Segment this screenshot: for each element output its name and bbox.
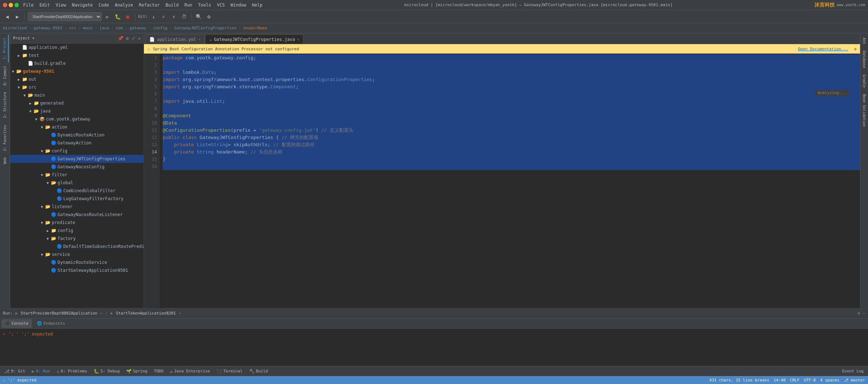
tree-arrow[interactable]: [39, 204, 45, 210]
close-button[interactable]: [3, 3, 7, 7]
back-button[interactable]: ◀: [3, 12, 12, 21]
structure-tab[interactable]: 2: Structure: [1, 89, 8, 121]
warning-settings-icon[interactable]: ⚙: [854, 47, 856, 51]
list-item[interactable]: 📁 test: [10, 51, 144, 59]
tree-arrow[interactable]: [22, 92, 27, 98]
list-item[interactable]: 🔵 GatewayAction: [10, 139, 144, 147]
list-item[interactable]: 📂 factory: [10, 235, 144, 242]
tree-arrow[interactable]: [27, 100, 33, 106]
menu-refactor[interactable]: Refactor: [139, 3, 160, 8]
minimize-panel-icon[interactable]: —: [863, 311, 865, 315]
tree-arrow[interactable]: [45, 236, 51, 241]
breadcrumb-class[interactable]: GatewayJWTConfigProperties: [174, 26, 237, 30]
list-item[interactable]: 📂 predicate: [10, 219, 144, 227]
list-item[interactable]: 🔵 DynamicRouteAction: [10, 131, 144, 139]
list-item[interactable]: 📄 build.gradle: [10, 59, 144, 67]
endpoints-tab[interactable]: 🌐 Endpoints: [33, 319, 69, 328]
list-item[interactable]: 📂 gateway-9501: [10, 67, 144, 75]
tree-arrow[interactable]: [39, 172, 45, 178]
list-item[interactable]: 📂 config: [10, 147, 144, 155]
tab-application-yml[interactable]: 📄 application.yml ✕: [145, 34, 204, 44]
tab-close-icon[interactable]: ✕: [198, 37, 200, 41]
spring-tool-btn[interactable]: 🌱 Spring: [123, 367, 150, 375]
tree-arrow[interactable]: [16, 76, 22, 82]
terminal-tool-btn[interactable]: ⬛ Terminal: [214, 367, 246, 375]
list-item[interactable]: 📂 global: [10, 179, 144, 187]
tab-close-icon[interactable]: ✕: [297, 37, 299, 41]
git-history[interactable]: ⏱: [180, 12, 188, 21]
panel-expand[interactable]: ⤢: [132, 36, 135, 41]
project-tab[interactable]: 1: Project: [1, 35, 9, 62]
tree-arrow[interactable]: [16, 84, 22, 90]
breadcrumb-config[interactable]: config: [153, 26, 167, 30]
menu-vcs[interactable]: VCS: [217, 3, 225, 8]
web-tab[interactable]: Web: [1, 155, 8, 167]
tree-arrow[interactable]: [33, 116, 39, 122]
list-item[interactable]: 🔵 CombinedGlobalFilter: [10, 187, 144, 195]
enterprise-tool-btn[interactable]: ☕ Java Enterprise: [167, 367, 213, 375]
list-item[interactable]: 📁 generated: [10, 99, 144, 107]
list-item[interactable]: 📂 service: [10, 250, 144, 258]
tree-arrow[interactable]: [39, 220, 45, 225]
debug-tool-btn[interactable]: 🐛 5: Debug: [91, 367, 123, 375]
search-everywhere[interactable]: 🔍: [195, 12, 203, 21]
list-item[interactable]: 📁 out: [10, 75, 144, 83]
list-item[interactable]: 📂 action: [10, 123, 144, 131]
open-documentation-link[interactable]: Open Documentation...: [798, 47, 848, 51]
breadcrumb-gateway9501[interactable]: gateway-9501: [34, 26, 62, 30]
git-commit[interactable]: ✓: [159, 12, 168, 21]
list-item[interactable]: 🔵 GatewayJWTConfigProperties: [10, 155, 144, 163]
git-tool-btn[interactable]: ⎇ 9: Git: [1, 367, 28, 375]
git-branch[interactable]: ⎇ master: [844, 378, 865, 383]
git-update[interactable]: ↓: [149, 12, 158, 21]
line-ending[interactable]: CRLF: [790, 378, 800, 383]
encoding[interactable]: UTF-8: [804, 378, 816, 383]
menu-analyze[interactable]: Analyze: [115, 3, 133, 8]
list-item[interactable]: 🔵 StartGatewayApplication9501: [10, 266, 144, 274]
console-tab[interactable]: ⬛ Console: [1, 319, 32, 328]
tree-arrow[interactable]: [39, 124, 45, 130]
menu-tools[interactable]: Tools: [198, 3, 211, 8]
panel-gear[interactable]: ⚙: [126, 36, 129, 41]
char-count[interactable]: 431 chars, 15 line breaks: [709, 378, 769, 383]
panel-pin[interactable]: 📌: [118, 36, 123, 41]
list-item[interactable]: 📂 main: [10, 91, 144, 99]
problems-tool-btn[interactable]: ⚠ 6: Problems: [54, 367, 90, 375]
list-item[interactable]: 📄 application.yml: [10, 43, 144, 51]
tree-arrow[interactable]: [27, 108, 33, 114]
tree-arrow[interactable]: [45, 228, 51, 233]
tree-arrow[interactable]: [39, 252, 45, 257]
menu-view[interactable]: View: [56, 3, 66, 8]
list-item[interactable]: 📂 listener: [10, 203, 144, 211]
list-item[interactable]: 🔵 LogGatewayFilterFactory: [10, 195, 144, 203]
list-item[interactable]: 🔵 GatewayNacosConfig: [10, 163, 144, 171]
breadcrumb-com[interactable]: com: [116, 26, 123, 30]
menu-bar[interactable]: File Edit View Navigate Code Analyze Ref…: [23, 3, 263, 8]
favorites-tab[interactable]: 2: Favorites: [1, 122, 8, 154]
run-close-icon2[interactable]: ✕: [179, 311, 181, 315]
menu-build[interactable]: Build: [166, 3, 179, 8]
menu-help[interactable]: Help: [252, 3, 263, 8]
tab-gateway-jwt[interactable]: ☕ GatewayJWTConfigProperties.java ✕: [205, 34, 303, 44]
menu-file[interactable]: File: [23, 3, 34, 8]
list-item[interactable]: 🔵 DynamicRouteService: [10, 258, 144, 266]
database-tab[interactable]: Database: [861, 48, 868, 71]
tree-arrow[interactable]: [45, 180, 51, 186]
breadcrumb-gateway-pkg[interactable]: gateway: [129, 26, 146, 30]
gradle-tab[interactable]: Gradle: [861, 72, 868, 90]
forward-button[interactable]: ▶: [13, 12, 22, 21]
line-info[interactable]: 14:40: [774, 378, 786, 383]
debug-button[interactable]: 🐛: [113, 12, 122, 21]
commit-tab[interactable]: 0: Commit: [1, 63, 8, 88]
settings-icon[interactable]: ⚙: [858, 311, 860, 315]
menu-navigate[interactable]: Navigate: [72, 3, 93, 8]
event-log-tool-btn[interactable]: Event Log: [839, 367, 867, 375]
minimize-button[interactable]: [9, 3, 13, 7]
todo-tool-btn[interactable]: TODO: [151, 367, 167, 375]
stop-button[interactable]: ■: [123, 12, 132, 21]
breadcrumb-main[interactable]: main: [83, 26, 93, 30]
menu-window[interactable]: Window: [230, 3, 246, 8]
list-item[interactable]: 🔵 GatewayNacosRouteListener: [10, 211, 144, 219]
settings-button[interactable]: ⚙: [205, 12, 213, 21]
maximize-button[interactable]: [14, 3, 19, 7]
